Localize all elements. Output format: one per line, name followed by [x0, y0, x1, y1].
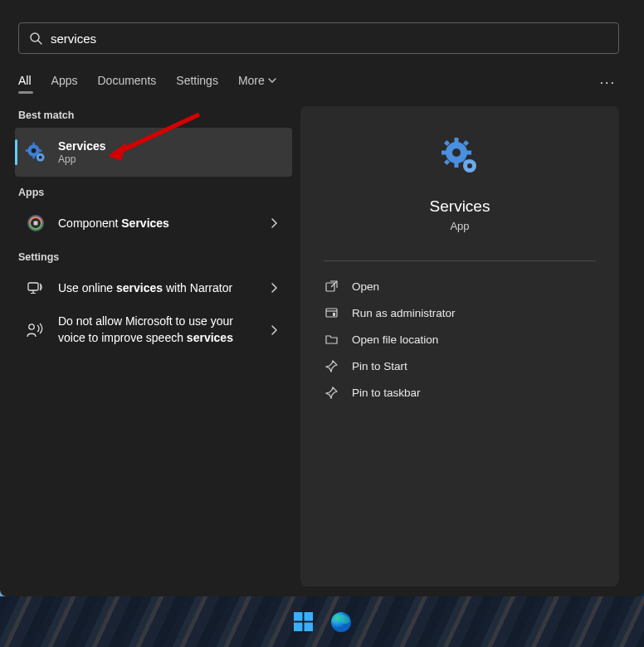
svg-rect-4: [32, 142, 34, 144]
tab-settings[interactable]: Settings: [176, 74, 218, 92]
action-label: Pin to taskbar: [352, 387, 421, 399]
result-subtitle: App: [58, 153, 282, 165]
svg-rect-12: [34, 221, 38, 226]
svg-point-16: [29, 324, 34, 328]
section-settings: Settings: [18, 251, 289, 263]
taskbar: [0, 596, 644, 647]
svg-rect-7: [39, 149, 41, 151]
svg-rect-14: [31, 293, 36, 294]
svg-point-9: [39, 155, 42, 158]
svg-rect-5: [32, 156, 34, 158]
search-bar[interactable]: [18, 22, 619, 54]
result-best-match-services[interactable]: Services App: [15, 128, 292, 177]
action-label: Run as administrator: [352, 307, 456, 319]
svg-rect-6: [26, 149, 28, 151]
search-input[interactable]: [51, 32, 608, 46]
action-label: Pin to Start: [352, 360, 407, 372]
result-title: Use online services with Narrator: [58, 281, 254, 294]
tab-all[interactable]: All: [18, 74, 32, 92]
filter-tabs: All Apps Documents Settings More ···: [18, 70, 619, 96]
svg-point-3: [32, 148, 37, 153]
speech-icon: [25, 319, 46, 341]
action-open-file-location[interactable]: Open file location: [317, 326, 603, 353]
svg-rect-34: [294, 612, 303, 621]
chevron-right-icon: [266, 325, 282, 335]
taskbar-edge[interactable]: [329, 611, 353, 634]
svg-point-18: [452, 148, 461, 157]
svg-rect-21: [442, 151, 446, 155]
search-icon: [29, 32, 42, 45]
section-apps: Apps: [18, 187, 289, 198]
result-setting-speech[interactable]: Do not allow Microsoft to use your voice…: [15, 306, 292, 353]
action-run-as-admin[interactable]: Run as administrator: [317, 299, 603, 326]
result-title: Component Services: [58, 216, 254, 230]
svg-rect-29: [326, 283, 334, 291]
narrator-icon: [25, 277, 46, 299]
action-open[interactable]: Open: [317, 273, 603, 299]
result-title: Services: [58, 139, 282, 153]
result-title: Do not allow Microsoft to use your voice…: [58, 314, 254, 346]
result-setting-narrator[interactable]: Use online services with Narrator: [15, 270, 292, 306]
svg-rect-30: [326, 309, 337, 317]
services-gear-icon: [25, 142, 46, 163]
svg-rect-22: [466, 151, 471, 155]
pin-icon: [324, 385, 339, 400]
action-pin-to-taskbar[interactable]: Pin to taskbar: [317, 379, 603, 406]
result-app-component-services[interactable]: Component Services: [15, 205, 292, 241]
section-best-match: Best match: [18, 109, 289, 121]
start-button[interactable]: [291, 611, 315, 634]
action-pin-to-start[interactable]: Pin to Start: [317, 353, 603, 379]
preview-subtitle: App: [450, 220, 469, 232]
open-icon: [324, 279, 339, 294]
folder-icon: [324, 332, 339, 347]
overflow-menu-button[interactable]: ···: [600, 75, 619, 90]
svg-rect-35: [304, 612, 313, 621]
results-column: Best match Services App Apps: [15, 106, 292, 586]
action-label: Open: [352, 280, 379, 293]
admin-shield-icon: [324, 305, 339, 320]
svg-rect-20: [455, 163, 459, 168]
svg-rect-19: [455, 138, 459, 143]
chevron-down-icon: [268, 76, 276, 85]
svg-point-28: [467, 163, 472, 168]
services-gear-icon-large: [435, 131, 485, 181]
chevron-right-icon: [266, 218, 282, 228]
tab-more[interactable]: More: [238, 74, 276, 92]
tab-apps[interactable]: Apps: [51, 74, 78, 92]
component-services-icon: [25, 212, 46, 234]
svg-rect-37: [304, 623, 313, 632]
preview-title: Services: [430, 197, 490, 216]
svg-line-1: [38, 41, 41, 44]
pin-icon: [324, 358, 339, 373]
tab-more-label: More: [238, 74, 265, 87]
svg-rect-13: [28, 283, 38, 290]
preview-panel: Services App Open Run as administrator: [300, 106, 619, 586]
chevron-right-icon: [266, 283, 282, 293]
svg-rect-36: [294, 623, 303, 632]
action-label: Open file location: [352, 333, 438, 346]
tab-documents[interactable]: Documents: [97, 74, 156, 92]
